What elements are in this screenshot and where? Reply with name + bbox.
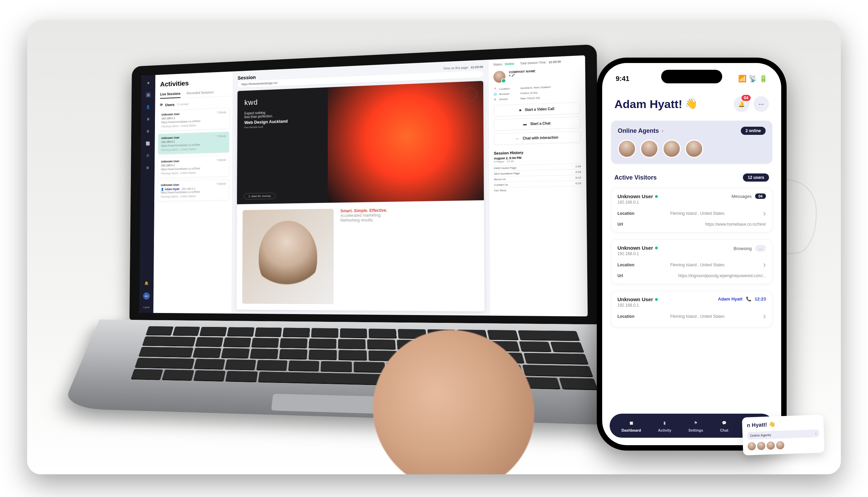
- nav-settings[interactable]: ⚑Settings: [688, 419, 703, 432]
- mini-avatar: [757, 442, 766, 450]
- chevron-right-icon: ›: [763, 259, 766, 270]
- visitor-card[interactable]: Unknown User 192.168.0.1 Adam Hyatt 📞 12…: [611, 291, 772, 327]
- nav-activity[interactable]: ▮Activity: [658, 419, 671, 432]
- phone-mockup: 9:41 📶 📡 🔋 Adam Hyatt!👋 🔔 04 ⋯: [597, 58, 787, 451]
- history-title: Session History: [494, 149, 581, 155]
- user-time: 7:30AM: [217, 158, 226, 161]
- bell-icon[interactable]: 🔔: [144, 280, 149, 286]
- user-location: Fleming Island , United States: [161, 194, 225, 198]
- visitor-name: Unknown User: [617, 245, 653, 251]
- active-visitors-title: Active Visitors: [615, 174, 657, 181]
- camera-icon: ■: [519, 108, 521, 112]
- phone-icon: 📞: [746, 296, 752, 301]
- mini-avatar: [748, 442, 756, 451]
- status-time: 9:41: [616, 75, 629, 83]
- user-time: 7:30AM: [217, 111, 226, 114]
- row-label: Location: [617, 262, 634, 267]
- more-icon: ⋯: [758, 101, 764, 108]
- visitor-location: Fleming Island , United States: [670, 262, 725, 267]
- agent-avatar[interactable]: [662, 140, 681, 158]
- visitor-url: https://www.homebase.co.nz/hire/: [705, 222, 766, 227]
- preview-hero: kwd Expect nothing less than perfection.…: [237, 81, 484, 204]
- browser-icon: 🌐: [493, 93, 499, 96]
- signal-icon: 📶: [738, 74, 747, 83]
- desktop-app: ◈ ▥ 👤 ≣ 🗎 📈 ✆ ⚙ 🔔 AH Logout Activities: [139, 55, 588, 316]
- tab-recorded-sessions[interactable]: Recorded Sessions: [187, 88, 213, 98]
- agent-block: COMPANY NAME ■ 🎤: [493, 68, 580, 83]
- user-card[interactable]: Unknown User7:30AM 192.168.0.1 https://w…: [158, 155, 230, 178]
- nav-calls-icon[interactable]: ✆: [145, 153, 150, 158]
- start-video-call-button[interactable]: ■Start a Video Call: [494, 102, 581, 116]
- history-item[interactable]: Our Story: [494, 186, 581, 193]
- user-card[interactable]: Unknown User7:30AM 👤 Adam Hyatt 192.168.…: [157, 179, 229, 202]
- notification-bell-button[interactable]: 🔔 04: [734, 96, 749, 112]
- nav-sessions-icon[interactable]: ▥: [146, 92, 151, 98]
- session-panel: Session Time on this page: 12:23:00 http…: [232, 60, 490, 315]
- nav-analytics-icon[interactable]: 📈: [145, 140, 151, 146]
- online-agents-panel[interactable]: Online Agents › 2 online: [611, 120, 772, 164]
- chat-icon: ▬: [523, 122, 527, 126]
- mic-icon: 🎤: [511, 74, 515, 77]
- mini-preview-card: n Hyatt! 👋 Online Agents ›: [742, 415, 825, 455]
- preview-marketing: Smart. Simple. Effective. Accelerated ma…: [236, 200, 484, 311]
- location-icon: 📍: [493, 87, 499, 91]
- chat-interaction-button[interactable]: ↔Chat with interaction: [494, 131, 581, 145]
- user-url: https://www.homebase.co.nz/hire/: [161, 166, 226, 171]
- refresh-icon[interactable]: ⟳: [160, 103, 163, 107]
- visitor-card[interactable]: Unknown User 192.168.0.1 Browsing … Loca…: [611, 239, 772, 284]
- agent-avatar: [493, 71, 506, 83]
- mobile-app: 9:41 📶 📡 🔋 Adam Hyatt!👋 🔔 04 ⋯: [602, 63, 781, 445]
- wave-icon: 👋: [685, 98, 698, 111]
- user-name: Unknown User: [161, 113, 180, 116]
- tab-live-sessions[interactable]: Live Sessions: [160, 90, 180, 99]
- session-history: Session History August 2, 5:04 PM 5 Page…: [494, 145, 581, 193]
- nav-dashboard[interactable]: ▦Dashboard: [621, 419, 641, 432]
- visitor-location: Fleming Island , United States: [670, 314, 725, 319]
- users-label: Users: [165, 102, 175, 106]
- nav-report-icon[interactable]: 🗎: [145, 128, 151, 134]
- visitor-info: 📍 Location Auckland, New Zealand 🌐 Brows…: [493, 84, 580, 101]
- activity-icon: ▮: [661, 419, 668, 427]
- info-label: Browser: [499, 92, 521, 96]
- online-dot-icon: [655, 247, 658, 249]
- browsing-label: Browsing: [734, 246, 752, 251]
- user-time: 7:30AM: [217, 134, 226, 138]
- device-icon: 🖥: [494, 98, 499, 101]
- nav-list-icon[interactable]: ≣: [145, 116, 151, 122]
- user-card[interactable]: Unknown User7:30AM 192.168.0.1 https://w…: [158, 108, 230, 131]
- nav-rail: ◈ ▥ 👤 ≣ 🗎 📈 ✆ ⚙ 🔔 AH Logout: [139, 75, 155, 313]
- mini-agents-label: Online Agents: [750, 433, 771, 437]
- video-icon: ■: [509, 74, 511, 77]
- nav-users-icon[interactable]: 👤: [146, 104, 151, 110]
- row-label: Location: [617, 314, 634, 319]
- chevron-right-icon: ›: [815, 431, 816, 435]
- online-agents-count: 2 online: [741, 127, 766, 135]
- call-time: 12:23: [755, 296, 766, 301]
- hero-cta: ▷ Start the Journey: [244, 193, 276, 200]
- nav-chat[interactable]: 💬Chat: [720, 419, 728, 432]
- visitor-url: https://ingroundpoostg.wpenginepowered.c…: [678, 273, 766, 278]
- start-chat-button[interactable]: ▬Start a Chat: [494, 116, 581, 131]
- agent-avatar[interactable]: [640, 140, 659, 158]
- logout-link[interactable]: Logout: [143, 306, 150, 308]
- visitors-count: 12 users: [743, 173, 769, 182]
- info-label: Device: [499, 97, 521, 101]
- details-panel: Status: Online Total Session Time: 12:23…: [488, 55, 588, 316]
- laptop-screen-bezel: ◈ ▥ 👤 ≣ 🗎 📈 ✆ ⚙ 🔔 AH Logout Activities: [129, 44, 600, 325]
- agent-avatar[interactable]: [685, 140, 703, 158]
- marketing-image: [242, 209, 334, 304]
- user-card[interactable]: Unknown User7:30AM 192.168.0.1 https://w…: [158, 131, 229, 155]
- avatar[interactable]: AH: [143, 293, 150, 299]
- visitor-card[interactable]: Unknown User 192.168.0.1 Messages 04 Loc…: [611, 188, 772, 232]
- nav-settings-icon[interactable]: ⚙: [145, 165, 150, 170]
- mini-name: n Hyatt!: [747, 422, 767, 428]
- row-label: Url: [617, 273, 623, 278]
- visitor-ip: 192.168.0.1: [617, 251, 658, 256]
- agent-avatar[interactable]: [618, 140, 636, 158]
- more-menu-button[interactable]: ⋯: [754, 96, 769, 112]
- wave-icon: 👋: [769, 422, 776, 428]
- company-name: COMPANY NAME: [509, 69, 535, 74]
- chevron-right-icon: ›: [662, 128, 663, 134]
- info-value: Mac OS(10.34): [521, 95, 580, 100]
- visitor-location: Fleming Island , United States: [670, 211, 725, 216]
